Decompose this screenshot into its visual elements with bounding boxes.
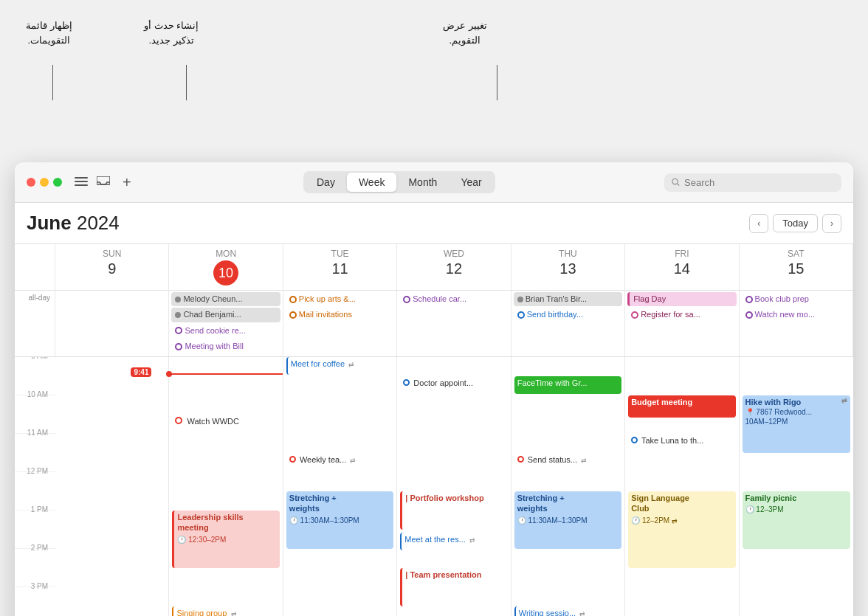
event-budget[interactable]: Budget meeting (628, 395, 735, 418)
allday-event[interactable]: Schedule car... (399, 292, 508, 306)
event-singing[interactable]: Singing group ⇄ (172, 606, 279, 616)
allday-event[interactable]: Send cookie re... (171, 324, 280, 338)
event-family-picnic[interactable]: Family picnic 🕐 12–3PM (743, 491, 850, 549)
add-event-button[interactable]: + (120, 174, 134, 191)
allday-event[interactable]: Brian Tran's Bir... (514, 292, 622, 306)
day-headers: Sun 9 Mon 10 Tue 11 Wed 12 Thu 13 Fri 14 (15, 243, 853, 291)
tooltip-change-view-2: التقويم. (443, 33, 487, 48)
maximize-button[interactable] (53, 178, 62, 187)
today-button[interactable]: Today (773, 214, 818, 232)
time-col-header (15, 244, 55, 291)
allday-thu: Brian Tran's Bir... Send birthday... (512, 291, 625, 356)
event-send-status[interactable]: Send status... ⇄ (514, 453, 621, 471)
current-time-badge: 9:41 (131, 367, 151, 377)
event-team-presentation[interactable]: | Team presentation (400, 568, 507, 606)
tooltip-create-event: إنشاء حدث أو (144, 18, 199, 33)
event-hike[interactable]: Hike with Rigo⇄ 📍 7867 Redwood... 10AM–1… (743, 395, 850, 453)
time-body: 9 AM 10 AM 11 AM 12 PM 1 PM 2 PM 3 PM 4 … (15, 357, 853, 616)
tab-year[interactable]: Year (449, 173, 493, 192)
day-col-sat: Hike with Rigo⇄ 📍 7867 Redwood... 10AM–1… (740, 357, 853, 616)
traffic-lights (27, 178, 62, 187)
event-weekly-tea[interactable]: Weekly tea... ⇄ (286, 453, 393, 471)
allday-event[interactable]: Flag Day (627, 292, 736, 306)
svg-rect-0 (75, 177, 88, 179)
event-facetime[interactable]: FaceTime with Gr... (514, 376, 621, 394)
event-sign-language[interactable]: Sign Language Club 🕐 12–2PM ⇄ (628, 491, 735, 568)
time-labels-col: 9 AM 10 AM 11 AM 12 PM 1 PM 2 PM 3 PM 4 … (15, 357, 55, 616)
day-col-mon: 9:41 Watch WWDC Leadership skills meetin… (169, 357, 283, 616)
tab-month[interactable]: Month (396, 173, 449, 192)
event-meet-res[interactable]: Meet at the res... ⇄ (400, 533, 507, 550)
allday-row: all-day Melody Cheun... Chad Benjami... … (15, 291, 853, 357)
tab-day[interactable]: Day (305, 173, 347, 192)
event-coffee[interactable]: Meet for coffee ⇄ (286, 357, 393, 375)
event-portfolio[interactable]: | Portfolio workshop (400, 491, 507, 530)
event-luna[interactable]: Take Luna to th... (628, 434, 735, 451)
allday-event[interactable]: Book club prep (742, 292, 850, 306)
allday-mon: Melody Cheun... Chad Benjami... Send coo… (169, 291, 283, 356)
search-input[interactable] (684, 177, 834, 188)
calendar-month-year: June 2024 (27, 212, 120, 235)
svg-rect-2 (75, 184, 88, 186)
minimize-button[interactable] (40, 178, 49, 187)
allday-wed: Schedule car... (397, 291, 511, 356)
allday-event[interactable]: Melody Cheun... (171, 292, 280, 306)
tab-week[interactable]: Week (347, 173, 397, 192)
calendar-list-icon[interactable] (74, 175, 89, 190)
allday-event[interactable]: Register for sa... (627, 308, 736, 322)
event-stretching-tue[interactable]: Stretching + weights 🕐 11:30AM–1:30PM (286, 491, 393, 549)
view-tabs: Day Week Month Year (303, 171, 495, 193)
toolbar-icons (74, 175, 111, 190)
tooltip-show-calendars-2: التقويمات. (26, 33, 72, 48)
calendar-header: June 2024 ‹ Today › (15, 203, 853, 243)
day-header-wed: Wed 12 (397, 244, 511, 291)
day-col-fri: Budget meeting Take Luna to th... Sign L… (625, 357, 739, 616)
event-leadership[interactable]: Leadership skills meeting 🕐 12:30–2PM (172, 511, 279, 568)
title-bar: + Day Week Month Year (15, 162, 853, 203)
prev-button[interactable]: ‹ (749, 214, 768, 233)
allday-sat: Book club prep Watch new mo... (740, 291, 853, 356)
day-col-wed: Doctor appoint... | Portfolio workshop M… (397, 357, 511, 616)
allday-label: all-day (15, 291, 55, 356)
event-stretching-thu[interactable]: Stretching + weights 🕐 11:30AM–1:30PM (514, 491, 621, 549)
allday-event[interactable]: Mail invitations (286, 308, 394, 322)
svg-rect-3 (97, 176, 110, 184)
tooltip-show-calendars: إظهار قائمة (26, 18, 72, 33)
day-header-mon: Mon 10 (169, 244, 283, 291)
day-col-sun (55, 357, 169, 616)
inbox-icon[interactable] (96, 175, 111, 190)
svg-point-4 (672, 179, 678, 184)
next-button[interactable]: › (822, 214, 841, 233)
tooltip-create-event-2: تذكير جديد. (144, 33, 199, 48)
day-col-thu: FaceTime with Gr... Send status... ⇄ Str… (512, 357, 625, 616)
day-header-fri: Fri 14 (625, 244, 739, 291)
allday-tue: Pick up arts &... Mail invitations (283, 291, 397, 356)
nav-arrows: ‹ Today › (749, 214, 841, 233)
event-doctor[interactable]: Doctor appoint... (400, 376, 507, 394)
day-header-sun: Sun 9 (55, 244, 169, 291)
day-header-sat: Sat 15 (740, 244, 853, 291)
search-icon (672, 178, 680, 187)
allday-fri: Flag Day Register for sa... (625, 291, 739, 356)
search-box[interactable] (664, 173, 841, 192)
svg-line-5 (678, 184, 679, 185)
allday-event[interactable]: Meeting with Bill (171, 339, 280, 353)
svg-rect-1 (75, 181, 88, 182)
day-header-tue: Tue 11 (283, 244, 397, 291)
allday-sun (55, 291, 169, 356)
allday-event[interactable]: Pick up arts &... (286, 292, 394, 306)
event-writing[interactable]: Writing sessio... ⇄ (514, 606, 621, 616)
event-watch-wwdc[interactable]: Watch WWDC (172, 415, 279, 437)
allday-event[interactable]: Watch new mo... (742, 308, 850, 322)
tooltip-change-view: تغيير عرض (443, 18, 487, 33)
day-header-thu: Thu 13 (512, 244, 625, 291)
close-button[interactable] (27, 178, 35, 187)
allday-event[interactable]: Chad Benjami... (171, 308, 280, 322)
day-col-tue: Meet for coffee ⇄ Weekly tea... ⇄ Stretc… (283, 357, 397, 616)
allday-event[interactable]: Send birthday... (514, 308, 622, 322)
